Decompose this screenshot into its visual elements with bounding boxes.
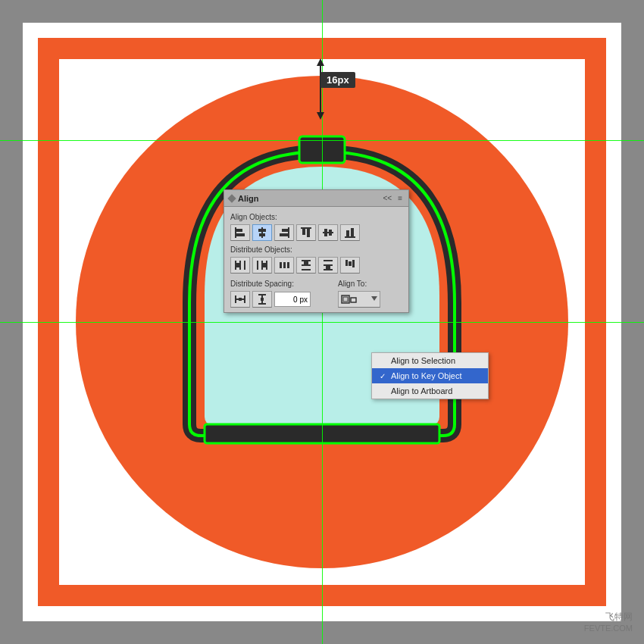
svg-rect-22 bbox=[345, 236, 355, 238]
svg-rect-26 bbox=[239, 261, 241, 270]
distribute-spacing-section: Distribute Spacing: bbox=[230, 278, 402, 308]
align-objects-buttons bbox=[230, 224, 402, 241]
canvas-area: 16px Align << ≡ Align Objects: bbox=[0, 0, 644, 644]
distribute-objects-label: Distribute Objects: bbox=[230, 245, 402, 254]
svg-rect-18 bbox=[307, 229, 310, 237]
svg-rect-46 bbox=[352, 260, 355, 267]
measure-label: 16px bbox=[320, 72, 355, 88]
svg-rect-32 bbox=[263, 263, 266, 267]
svg-rect-7 bbox=[235, 227, 236, 238]
panel-icon bbox=[227, 194, 236, 202]
svg-rect-16 bbox=[301, 227, 311, 229]
svg-rect-54 bbox=[261, 298, 264, 301]
svg-rect-14 bbox=[282, 229, 288, 232]
align-panel: Align << ≡ Align Objects: bbox=[224, 189, 409, 313]
dist-bottom-btn[interactable] bbox=[340, 257, 360, 274]
check-artboard bbox=[380, 387, 387, 395]
svg-rect-31 bbox=[266, 261, 267, 270]
svg-rect-13 bbox=[288, 227, 289, 238]
svg-rect-58 bbox=[351, 298, 356, 302]
dist-spacing-h-btn[interactable] bbox=[230, 291, 250, 308]
svg-rect-53 bbox=[258, 303, 266, 305]
panel-body: Align Objects: bbox=[224, 207, 408, 312]
measurement-indicator: 16px bbox=[313, 57, 328, 121]
svg-rect-55 bbox=[261, 295, 263, 298]
svg-marker-60 bbox=[371, 296, 377, 301]
panel-titlebar: Align << ≡ bbox=[224, 190, 408, 207]
dropdown-item-key-object[interactable]: ✓ Align to Key Object bbox=[372, 368, 488, 383]
dropdown-key-object-label: Align to Key Object bbox=[391, 371, 462, 380]
dropdown-selection-label: Align to Selection bbox=[391, 356, 455, 365]
svg-rect-59 bbox=[343, 297, 348, 302]
svg-rect-25 bbox=[235, 261, 236, 270]
svg-rect-44 bbox=[345, 260, 348, 266]
svg-rect-40 bbox=[324, 260, 333, 261]
panel-collapse-btn[interactable]: << bbox=[381, 194, 393, 202]
svg-rect-39 bbox=[304, 261, 308, 264]
svg-rect-11 bbox=[258, 229, 266, 232]
panel-menu-btn[interactable]: ≡ bbox=[396, 194, 404, 202]
svg-marker-4 bbox=[317, 58, 324, 66]
svg-rect-10 bbox=[261, 227, 263, 238]
svg-rect-17 bbox=[302, 229, 305, 235]
distribute-spacing-label: Distribute Spacing: bbox=[230, 280, 333, 288]
svg-rect-41 bbox=[324, 264, 333, 266]
dropdown-item-artboard[interactable]: Align to Artboard bbox=[372, 383, 488, 399]
svg-rect-27 bbox=[244, 261, 245, 270]
dropdown-item-selection[interactable]: Align to Selection bbox=[372, 353, 488, 368]
svg-rect-20 bbox=[324, 229, 327, 236]
svg-rect-29 bbox=[257, 261, 258, 270]
svg-rect-43 bbox=[326, 266, 330, 269]
dropdown-artboard-label: Align to Artboard bbox=[391, 386, 452, 395]
svg-rect-19 bbox=[323, 232, 333, 233]
svg-rect-23 bbox=[346, 230, 349, 236]
dist-hcenter-btn[interactable] bbox=[252, 257, 272, 274]
distribute-objects-buttons bbox=[230, 257, 402, 274]
svg-rect-42 bbox=[324, 269, 333, 270]
svg-rect-21 bbox=[329, 230, 332, 236]
dist-left-btn[interactable] bbox=[230, 257, 250, 274]
svg-rect-34 bbox=[283, 262, 286, 268]
svg-rect-12 bbox=[259, 233, 265, 236]
svg-rect-38 bbox=[302, 269, 311, 270]
dist-spacing-v-btn[interactable] bbox=[252, 291, 272, 308]
align-to-dropdown[interactable] bbox=[338, 291, 380, 308]
svg-rect-50 bbox=[236, 299, 239, 300]
align-right-btn[interactable] bbox=[274, 224, 294, 241]
watermark-line2: FEVTE.COM bbox=[584, 624, 633, 633]
svg-rect-52 bbox=[258, 294, 266, 295]
svg-rect-56 bbox=[261, 301, 263, 303]
align-left-btn[interactable] bbox=[230, 224, 250, 241]
svg-rect-30 bbox=[261, 261, 263, 270]
svg-rect-45 bbox=[349, 261, 352, 266]
watermark-line1: 飞特网 bbox=[584, 611, 633, 624]
svg-rect-51 bbox=[242, 299, 244, 300]
check-selection bbox=[380, 357, 387, 365]
align-objects-label: Align Objects: bbox=[230, 213, 402, 221]
distribute-spacing-left: Distribute Spacing: bbox=[230, 278, 333, 308]
dist-right-btn[interactable] bbox=[274, 257, 294, 274]
align-top-btn[interactable] bbox=[296, 224, 316, 241]
dist-vcenter-btn[interactable] bbox=[318, 257, 338, 274]
svg-rect-15 bbox=[280, 233, 288, 236]
distribute-spacing-inputs bbox=[230, 291, 333, 308]
spacing-input[interactable] bbox=[274, 292, 311, 307]
svg-rect-36 bbox=[302, 260, 311, 261]
align-vcenter-btn[interactable] bbox=[318, 224, 338, 241]
svg-rect-49 bbox=[239, 298, 242, 301]
distribute-spacing-right: Align To: bbox=[338, 278, 402, 308]
align-hcenter-btn[interactable] bbox=[252, 224, 272, 241]
align-to-label: Align To: bbox=[338, 280, 402, 288]
svg-rect-24 bbox=[351, 228, 354, 236]
svg-rect-35 bbox=[287, 262, 289, 268]
watermark: 飞特网 FEVTE.COM bbox=[584, 611, 633, 633]
align-to-dropdown-menu: Align to Selection ✓ Align to Key Object… bbox=[371, 352, 489, 399]
svg-rect-33 bbox=[280, 262, 282, 268]
svg-rect-28 bbox=[236, 263, 239, 267]
svg-marker-6 bbox=[317, 112, 324, 120]
svg-rect-8 bbox=[236, 229, 242, 232]
dist-top-btn[interactable] bbox=[296, 257, 316, 274]
align-bottom-btn[interactable] bbox=[340, 224, 360, 241]
check-key-object: ✓ bbox=[380, 372, 387, 380]
svg-rect-37 bbox=[302, 264, 311, 266]
